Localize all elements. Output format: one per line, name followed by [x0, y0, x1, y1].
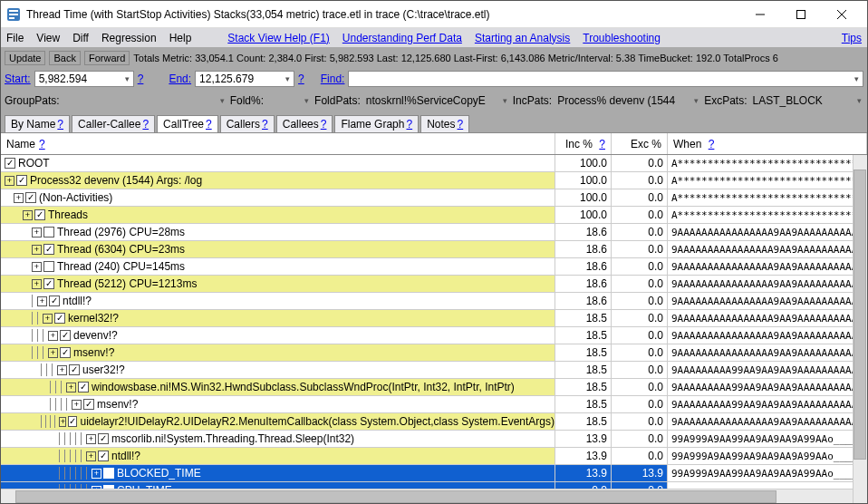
link-troubleshooting[interactable]: Troubleshooting [583, 32, 661, 44]
expand-toggle[interactable]: + [32, 279, 42, 289]
update-button[interactable]: Update [5, 51, 45, 65]
foldpats-label[interactable]: FoldPats: [314, 94, 361, 107]
expand-toggle[interactable]: + [32, 245, 42, 255]
row-checkbox[interactable]: ✓ [98, 451, 109, 461]
row-checkbox[interactable]: ✓ [78, 382, 89, 393]
row-checkbox[interactable]: ✓ [83, 399, 94, 410]
tree-row[interactable]: +✓Thread (6304) CPU=23ms18.60.09AAAAAAAA… [1, 241, 867, 258]
end-label[interactable]: End: [169, 73, 191, 85]
excpats-label[interactable]: ExcPats: [704, 94, 747, 107]
maximize-button[interactable] [780, 2, 821, 27]
row-checkbox[interactable]: ✓ [43, 244, 54, 255]
tree-row[interactable]: +✓devenv!?18.50.09AAAAAAAAAAAAAAAA9AA9AA… [1, 327, 867, 344]
expand-toggle[interactable]: + [14, 193, 24, 203]
tree-row[interactable]: +Thread (2976) CPU=28ms18.60.09AAAAAAAAA… [1, 224, 867, 241]
expand-toggle[interactable]: + [23, 210, 33, 220]
expand-toggle[interactable]: + [48, 348, 58, 358]
find-combo[interactable]: ▾ [348, 71, 863, 87]
tab-by-name[interactable]: By Name ? [5, 115, 70, 132]
expand-toggle[interactable]: + [43, 314, 53, 324]
end-combo[interactable]: 12,125.679▾ [195, 71, 294, 87]
col-name[interactable]: Name? [1, 133, 555, 154]
foldpct-combo[interactable]: ▾ [267, 96, 311, 105]
tree-row[interactable]: +✓kernel32!?18.50.09AAAAAAAAAAAAAAAA9AA9… [1, 310, 867, 327]
row-checkbox[interactable]: ✓ [98, 433, 109, 444]
expand-toggle[interactable]: + [32, 228, 42, 237]
tree-row[interactable]: +✓BLOCKED_TIME13.913.999A999A9AA99AA9AA9… [1, 465, 867, 482]
row-checkbox[interactable]: ✓ [60, 330, 71, 341]
col-exc[interactable]: Exc % [612, 133, 668, 154]
expand-toggle[interactable]: + [48, 331, 58, 341]
foldpct-label[interactable]: Fold%: [230, 94, 264, 107]
tree-row[interactable]: ✓ROOT100.00.0A**************************… [1, 155, 867, 172]
tree-row[interactable]: +✓uidelayr2!UIDelayR2.UIDelayR2.MenuItem… [1, 413, 867, 431]
row-checkbox[interactable]: ✓ [16, 175, 27, 186]
vertical-scrollbar[interactable] [853, 155, 867, 503]
tree-row[interactable]: +✓msenv!?18.50.09AAAAAAAAAAAAAAAA9AA9AAA… [1, 344, 867, 362]
tree-row[interactable]: +✓ntdll!?13.90.099A999A9AA99AA9AA9AA9A99… [1, 448, 867, 465]
expand-toggle[interactable]: + [66, 383, 76, 393]
tree-row[interactable]: +✓msenv!?18.50.09AAAAAAAAA99AA9AA9AA9AAA… [1, 396, 867, 413]
row-checkbox[interactable]: ✓ [5, 158, 15, 169]
link-tips[interactable]: Tips [842, 32, 862, 44]
expand-toggle[interactable]: + [37, 296, 47, 306]
expand-toggle[interactable]: + [92, 469, 101, 479]
col-when[interactable]: When ? [668, 133, 867, 154]
tab-caller-callee[interactable]: Caller-Callee ? [72, 115, 155, 132]
row-checkbox[interactable]: ✓ [69, 364, 80, 375]
tab-notes[interactable]: Notes ? [420, 115, 469, 132]
link-understanding-perf[interactable]: Understanding Perf Data [342, 32, 462, 44]
forward-button[interactable]: Forward [84, 51, 130, 65]
start-label[interactable]: Start: [5, 73, 31, 85]
tree-row[interactable]: +✓Process32 devenv (1544) Args: /log100.… [1, 172, 867, 189]
expand-toggle[interactable]: + [59, 417, 66, 427]
minimize-button[interactable] [739, 2, 780, 27]
col-inc[interactable]: Inc % ? [555, 133, 612, 154]
menu-help[interactable]: Help [169, 32, 192, 44]
tree-row[interactable]: +✓Thread (5212) CPU=1213ms18.60.09AAAAAA… [1, 276, 867, 293]
expand-toggle[interactable]: + [57, 365, 67, 375]
start-help[interactable]: ? [138, 73, 144, 85]
expand-toggle[interactable]: + [5, 176, 14, 186]
tree-row[interactable]: +✓(Non-Activities)100.00.0A*************… [1, 189, 867, 207]
grouppats-combo[interactable]: ▾ [63, 96, 227, 105]
menu-diff[interactable]: Diff [72, 32, 89, 44]
tree-row[interactable]: +✓windowsbase.ni!MS.Win32.HwndSubclass.S… [1, 379, 867, 396]
grouppats-label[interactable]: GroupPats: [5, 94, 60, 107]
row-checkbox[interactable]: ✓ [103, 468, 114, 479]
horizontal-scrollbar[interactable] [1, 489, 853, 503]
tab-callers[interactable]: Callers ? [220, 115, 275, 132]
menu-view[interactable]: View [36, 32, 60, 44]
foldpats-combo[interactable]: ntoskrnl!%ServiceCopyE▾ [364, 94, 509, 107]
menu-file[interactable]: File [6, 32, 24, 44]
expand-toggle[interactable]: + [32, 262, 42, 272]
tree-row[interactable]: +Thread (240) CPU=145ms18.60.09AAAAAAAAA… [1, 258, 867, 276]
start-combo[interactable]: 5,982.594▾ [34, 71, 134, 87]
back-button[interactable]: Back [49, 51, 80, 65]
tree-row[interactable]: +✓mscorlib.ni!System.Threading.Thread.Sl… [1, 431, 867, 448]
row-checkbox[interactable]: ✓ [54, 313, 65, 324]
expand-toggle[interactable]: + [86, 451, 96, 461]
link-stack-view-help[interactable]: Stack View Help (F1) [227, 32, 329, 44]
expand-toggle[interactable]: + [86, 434, 96, 444]
row-checkbox[interactable]: ✓ [68, 416, 77, 427]
tab-flame-graph[interactable]: Flame Graph ? [334, 115, 419, 132]
link-starting-analysis[interactable]: Starting an Analysis [475, 32, 570, 44]
tab-callees[interactable]: Callees ? [276, 115, 333, 132]
excpats-combo[interactable]: LAST_BLOCK▾ [750, 94, 863, 107]
row-checkbox[interactable]: ✓ [34, 209, 45, 220]
tab-calltree[interactable]: CallTree ? [157, 115, 218, 132]
row-checkbox[interactable]: ✓ [60, 347, 71, 358]
row-checkbox[interactable]: ✓ [25, 192, 36, 203]
row-checkbox[interactable]: ✓ [43, 278, 54, 289]
end-help[interactable]: ? [298, 73, 304, 85]
tree-row[interactable]: +✓Threads100.00.0A**********************… [1, 207, 867, 224]
close-button[interactable] [821, 2, 862, 27]
tree-row[interactable]: +✓ntdll!?18.60.09AAAAAAAAAAAAAAAA9AA9AAA… [1, 293, 867, 310]
row-checkbox[interactable] [43, 227, 54, 237]
incpats-label[interactable]: IncPats: [513, 94, 552, 107]
row-checkbox[interactable] [43, 261, 54, 272]
menu-regression[interactable]: Regression [101, 32, 157, 44]
tree-row[interactable]: +✓user32!?18.50.09AAAAAAAAA99AA9AA9AA9AA… [1, 362, 867, 379]
expand-toggle[interactable]: + [72, 400, 82, 410]
